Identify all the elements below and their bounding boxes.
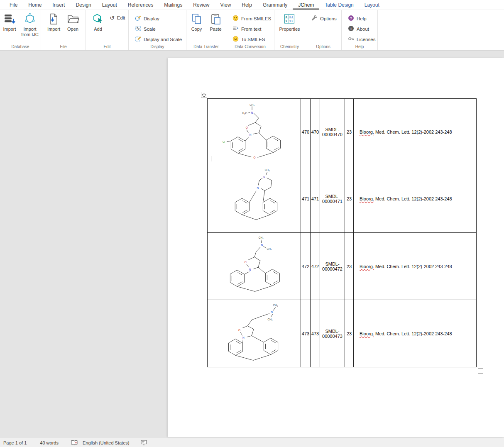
- button-label: Open: [67, 27, 78, 32]
- tab-layout[interactable]: Layout: [97, 0, 122, 10]
- tab-review[interactable]: Review: [188, 0, 215, 10]
- tab-table-design[interactable]: Table Design: [319, 0, 359, 10]
- word-count[interactable]: 40 words: [40, 440, 59, 445]
- tab-home[interactable]: Home: [23, 0, 47, 10]
- tab-table-layout[interactable]: Layout: [359, 0, 385, 10]
- button-label: From text: [241, 27, 262, 32]
- citation-cell[interactable]: Bioorg. Med. Chem. Lett. 12(2)-2002 243-…: [354, 233, 477, 300]
- molecule-structure-473: CH₃ N CH₃ O N: [208, 300, 300, 366]
- group-label-data-conversion: Data Conversion: [226, 44, 274, 49]
- document-page[interactable]: CH₃ H₃C N O N O Cl 470 470 SMDL-00000470…: [168, 58, 504, 437]
- group-label-edit: Edit: [86, 44, 128, 49]
- from-smiles-button[interactable]: From SMILES: [231, 15, 272, 22]
- proofing-errors-icon[interactable]: [71, 440, 78, 445]
- button-label: Scale: [144, 27, 156, 32]
- ref-cell[interactable]: 23: [345, 300, 354, 367]
- id2-cell[interactable]: 470: [311, 99, 320, 165]
- molecule-structure-472: CH₃ N CH₃ O N: [208, 233, 300, 299]
- tab-references[interactable]: References: [122, 0, 159, 10]
- tab-jchem[interactable]: JChem: [293, 0, 319, 10]
- tab-view[interactable]: View: [215, 0, 237, 10]
- tab-design[interactable]: Design: [70, 0, 96, 10]
- molecule-structure-471: CH₃ N N: [208, 166, 300, 232]
- citation-cell[interactable]: Bioorg. Med. Chem. Lett. 12(2)-2002 243-…: [354, 165, 477, 233]
- id2-cell[interactable]: 471: [311, 165, 320, 233]
- tab-grammarly[interactable]: Grammarly: [257, 0, 293, 10]
- paste-button[interactable]: Paste: [207, 12, 225, 33]
- status-bar: Page 1 of 1 40 words English (United Sta…: [0, 438, 504, 447]
- smdl-cell[interactable]: SMDL-00000473: [320, 300, 345, 367]
- copy-button[interactable]: Copy: [188, 12, 206, 33]
- smdl-cell[interactable]: SMDL-00000470: [320, 99, 345, 165]
- ref-cell[interactable]: 23: [345, 233, 354, 300]
- language-indicator[interactable]: English (United States): [83, 440, 130, 445]
- tab-help[interactable]: Help: [236, 0, 257, 10]
- structure-cell[interactable]: CH₃ N N: [208, 165, 301, 233]
- licenses-button[interactable]: Licenses: [347, 36, 377, 43]
- citation-cell[interactable]: Bioorg. Med. Chem. Lett. 12(2)-2002 243-…: [354, 300, 477, 367]
- display-icon: [135, 15, 141, 22]
- ref-cell[interactable]: 23: [345, 99, 354, 165]
- add-structure-button[interactable]: Add: [89, 12, 107, 33]
- jchem-ribbon: Import Import from IJC Database: [0, 10, 504, 51]
- group-label-file: File: [41, 44, 86, 49]
- id2-cell[interactable]: 472: [311, 233, 320, 300]
- smdl-cell[interactable]: SMDL-00000471: [320, 165, 345, 233]
- id-cell[interactable]: 471: [301, 165, 311, 233]
- wrench-icon: [311, 15, 318, 22]
- page-indicator[interactable]: Page 1 of 1: [3, 440, 27, 445]
- id-cell[interactable]: 470: [301, 99, 311, 165]
- display-button[interactable]: Display: [134, 15, 183, 22]
- id-cell[interactable]: 472: [301, 233, 311, 300]
- svg-text:CH₃: CH₃: [258, 236, 263, 239]
- ijc-hexagon-icon: [24, 12, 36, 26]
- group-label-data-transfer: Data Transfer: [186, 44, 226, 49]
- help-button[interactable]: ? Help: [347, 15, 377, 22]
- scale-button[interactable]: Scale: [134, 25, 183, 32]
- file-import-button[interactable]: Import: [45, 12, 63, 33]
- svg-text:CH₃: CH₃: [273, 303, 278, 306]
- options-button[interactable]: Options: [310, 15, 338, 22]
- svg-text:N: N: [271, 310, 273, 313]
- citation-text: Med. Chem. Lett. 12(2)-2002 243-248: [374, 196, 452, 201]
- button-label: Copy: [191, 27, 202, 32]
- button-label: Display and Scale: [144, 37, 182, 42]
- table-move-handle[interactable]: [201, 92, 207, 98]
- scale-icon: [135, 25, 141, 32]
- edit-undo-icon: ↺: [110, 15, 115, 21]
- svg-text:N: N: [263, 175, 265, 178]
- button-label: Import from IJC: [21, 27, 39, 37]
- database-import-button[interactable]: Import: [1, 12, 18, 33]
- tab-file[interactable]: File: [4, 0, 23, 10]
- properties-button[interactable]: a 0.4 x 3.1 Properties: [278, 12, 301, 33]
- tab-insert[interactable]: Insert: [47, 0, 70, 10]
- button-label: Options: [320, 16, 337, 21]
- smdl-cell[interactable]: SMDL-00000472: [320, 233, 345, 300]
- svg-text:N: N: [249, 268, 251, 271]
- about-button[interactable]: i About: [347, 25, 377, 32]
- compound-table: CH₃ H₃C N O N O Cl 470 470 SMDL-00000470…: [207, 98, 477, 367]
- id-cell[interactable]: 473: [301, 300, 311, 367]
- database-import-from-ijc-button[interactable]: Import from IJC: [20, 12, 40, 38]
- table-resize-handle[interactable]: [478, 368, 483, 374]
- button-label: Help: [357, 16, 367, 21]
- tab-mailings[interactable]: Mailings: [159, 0, 188, 10]
- structure-cell[interactable]: CH₃ N CH₃ O N: [208, 233, 301, 300]
- from-text-button[interactable]: From text: [231, 25, 272, 32]
- edit-structure-button[interactable]: ↺ Edit: [108, 15, 127, 21]
- svg-text:N: N: [257, 186, 259, 189]
- svg-text:N: N: [261, 243, 263, 246]
- ref-cell[interactable]: 23: [345, 165, 354, 233]
- button-label: About: [357, 27, 369, 32]
- display-settings-icon[interactable]: [141, 440, 147, 445]
- ribbon-group-data-conversion: From SMILES From text: [226, 10, 274, 50]
- id2-cell[interactable]: 473: [311, 300, 320, 367]
- to-smiles-button[interactable]: To SMILES: [231, 36, 272, 43]
- citation-cell[interactable]: Bioorg. Med. Chem. Lett. 12(2)-2002 243-…: [354, 99, 477, 165]
- file-open-button[interactable]: Open: [64, 12, 82, 33]
- structure-cell[interactable]: CH₃ N CH₃ O N: [208, 300, 301, 367]
- structure-cell[interactable]: CH₃ H₃C N O N O Cl: [208, 99, 301, 165]
- svg-text:CH₃: CH₃: [267, 247, 272, 250]
- display-and-scale-button[interactable]: Display and Scale: [134, 36, 183, 43]
- svg-text:3.1: 3.1: [290, 20, 294, 22]
